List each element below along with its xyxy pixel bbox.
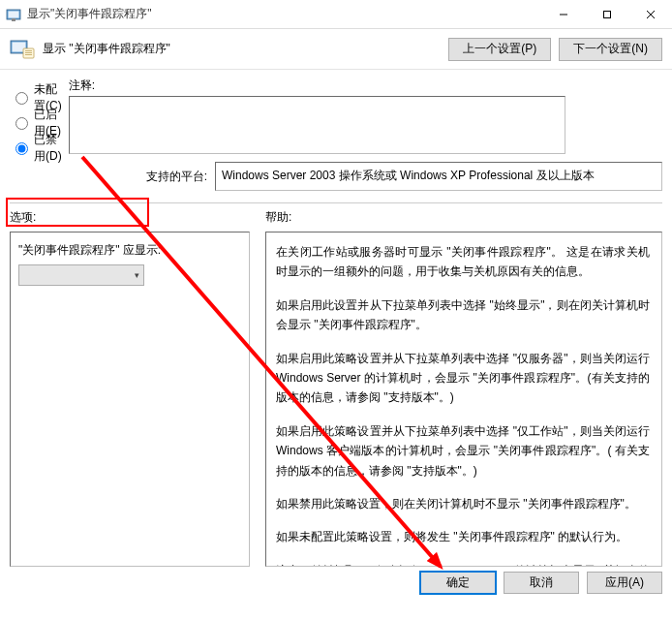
options-prompt: "关闭事件跟踪程序" 应显示: (18, 242, 241, 259)
prev-setting-button[interactable]: 上一个设置(P) (448, 38, 551, 61)
policy-icon (10, 37, 35, 62)
state-radiogroup: 未配置(C) 已启用(E) 已禁用(D) (10, 78, 69, 191)
radio-enabled-input[interactable] (15, 117, 28, 130)
cancel-button[interactable]: 取消 (504, 572, 579, 594)
radio-not-configured-input[interactable] (15, 92, 28, 105)
svg-rect-1 (9, 11, 19, 17)
help-text: 如果启用此策略设置并从下拉菜单列表中选择 "仅工作站"，则当关闭运行 Windo… (276, 421, 650, 480)
help-text: 注意: 默认情况下，仅在运行 Windows Server 的计算机上显示 "关… (276, 561, 650, 567)
close-button[interactable] (628, 0, 672, 28)
help-text: 如果启用此设置并从下拉菜单列表中选择 "始终显示"，则在闭关计算机时会显示 "关… (276, 295, 650, 335)
divider (10, 202, 662, 203)
help-label: 帮助: (265, 209, 662, 226)
help-panel[interactable]: 在关闭工作站或服务器时可显示 "关闭事件跟踪程序"。 这是在请求关机时显示的一组… (265, 232, 662, 567)
comment-textarea[interactable] (69, 96, 565, 154)
radio-disabled-input[interactable] (15, 142, 28, 155)
options-label: 选项: (10, 209, 250, 226)
options-panel: "关闭事件跟踪程序" 应显示: ▾ (10, 232, 250, 567)
content: 未配置(C) 已启用(E) 已禁用(D) 注释: 支持的平台: Windows … (0, 70, 672, 564)
window-title: 显示"关闭事件跟踪程序" (27, 6, 152, 22)
footer: 确定 取消 应用(A) (0, 564, 672, 602)
comment-label: 注释: (69, 78, 662, 94)
apply-button[interactable]: 应用(A) (587, 572, 662, 594)
options-combobox[interactable]: ▾ (18, 264, 144, 286)
app-icon (6, 7, 21, 22)
minimize-button[interactable] (541, 0, 585, 28)
support-value: Windows Server 2003 操作系统或 Windows XP Pro… (215, 162, 662, 191)
ok-button[interactable]: 确定 (420, 572, 496, 594)
help-text: 在关闭工作站或服务器时可显示 "关闭事件跟踪程序"。 这是在请求关机时显示的一组… (276, 242, 650, 282)
titlebar: 显示"关闭事件跟踪程序" (0, 0, 672, 29)
help-text: 如果禁用此策略设置，则在关闭计算机时不显示 "关闭事件跟踪程序"。 (276, 494, 650, 513)
svg-rect-4 (603, 11, 610, 17)
radio-disabled[interactable]: 已禁用(D) (10, 136, 69, 161)
help-text: 如果未配置此策略设置，则将发生 "关闭事件跟踪程序" 的默认行为。 (276, 527, 650, 546)
support-label: 支持的平台: (69, 169, 215, 185)
help-text: 如果启用此策略设置并从下拉菜单列表中选择 "仅服务器"，则当关闭运行 Windo… (276, 349, 650, 408)
svg-rect-2 (12, 18, 15, 21)
chevron-down-icon: ▾ (135, 270, 139, 280)
svg-rect-9 (23, 48, 34, 58)
radio-disabled-label: 已禁用(D) (34, 132, 69, 165)
header-label: 显示 "关闭事件跟踪程序" (43, 41, 170, 57)
header: 显示 "关闭事件跟踪程序" 上一个设置(P) 下一个设置(N) (0, 29, 672, 70)
maximize-button[interactable] (585, 0, 628, 28)
next-setting-button[interactable]: 下一个设置(N) (559, 38, 662, 61)
